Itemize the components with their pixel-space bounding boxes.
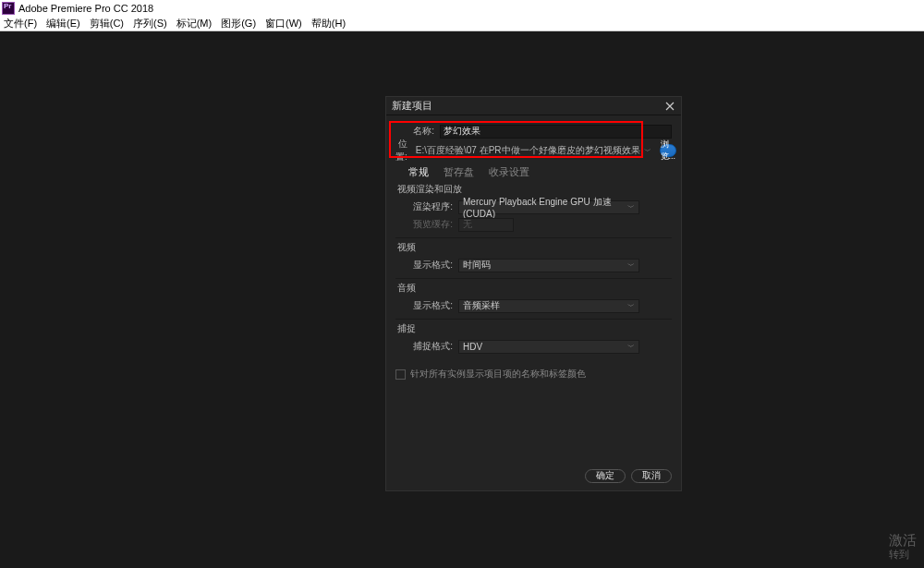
- project-name-input[interactable]: [440, 125, 672, 139]
- watermark-line1: 激活: [889, 532, 917, 549]
- dialog-footer: 确定 取消: [386, 461, 681, 490]
- menu-window[interactable]: 窗口(W): [265, 17, 302, 30]
- video-fmt-value: 时间码: [463, 259, 491, 272]
- renderer-dropdown[interactable]: Mercury Playback Engine GPU 加速 (CUDA) ﹀: [458, 200, 639, 214]
- menu-clip[interactable]: 剪辑(C): [90, 17, 124, 30]
- display-names-checkbox[interactable]: [395, 369, 406, 380]
- divider: [395, 319, 672, 320]
- audio-fmt-dropdown[interactable]: 音频采样 ﹀: [458, 299, 639, 313]
- menu-marker[interactable]: 标记(M): [176, 17, 213, 30]
- menu-graphics[interactable]: 图形(G): [221, 17, 256, 30]
- menu-help[interactable]: 帮助(H): [311, 17, 346, 30]
- menu-sequence[interactable]: 序列(S): [133, 17, 167, 30]
- capture-fmt-label: 捕捉格式:: [408, 340, 453, 353]
- menubar: 文件(F) 编辑(E) 剪辑(C) 序列(S) 标记(M) 图形(G) 窗口(W…: [0, 17, 924, 31]
- cancel-button[interactable]: 取消: [631, 469, 672, 483]
- audio-fmt-label: 显示格式:: [408, 299, 453, 312]
- render-section-title: 视频渲染和回放: [397, 183, 672, 196]
- section-capture: 捕捉 捕捉格式: HDV ﹀: [395, 322, 672, 355]
- chevron-down-icon: ﹀: [627, 202, 635, 212]
- dialog-body: 名称: 位置: E:\百度经验\07 在PR中做一个好像磨皮的梦幻视频效果 ﹀ …: [386, 115, 681, 461]
- divider: [395, 237, 672, 238]
- display-names-label: 针对所有实例显示项目项的名称和标签颜色: [410, 368, 586, 381]
- capture-fmt-value: HDV: [463, 342, 482, 352]
- display-names-row: 针对所有实例显示项目项的名称和标签颜色: [395, 368, 672, 381]
- location-dropdown[interactable]: E:\百度经验\07 在PR中做一个好像磨皮的梦幻视频效果 ﹀: [413, 144, 654, 157]
- new-project-dialog: 新建项目 名称: 位置: E:\百度经验\07 在PR中做一个好像磨皮的梦幻视频…: [385, 96, 682, 491]
- audio-fmt-value: 音频采样: [463, 299, 500, 312]
- video-fmt-label: 显示格式:: [408, 259, 453, 272]
- tabs: 常规 暂存盘 收录设置: [408, 166, 672, 179]
- browse-button[interactable]: 浏览...: [660, 144, 677, 157]
- video-fmt-dropdown[interactable]: 时间码 ﹀: [458, 259, 639, 272]
- audio-section-title: 音频: [397, 282, 672, 295]
- capture-fmt-dropdown[interactable]: HDV ﹀: [458, 340, 639, 354]
- preview-cache-value: 无: [463, 218, 472, 231]
- location-label: 位置:: [395, 138, 407, 163]
- activation-watermark: 激活 转到: [889, 532, 917, 561]
- video-section-title: 视频: [397, 241, 672, 254]
- preview-cache-dropdown: 无: [458, 218, 514, 232]
- preview-cache-label: 预览缓存:: [408, 218, 453, 231]
- ok-button[interactable]: 确定: [585, 469, 626, 483]
- section-audio: 音频 显示格式: 音频采样 ﹀: [395, 282, 672, 314]
- menu-edit[interactable]: 编辑(E): [46, 17, 80, 30]
- chevron-down-icon: ﹀: [627, 260, 635, 271]
- window-title: Adobe Premiere Pro CC 2018: [18, 3, 153, 14]
- watermark-line2: 转到: [889, 549, 917, 561]
- menu-file[interactable]: 文件(F): [4, 17, 37, 30]
- location-value: E:\百度经验\07 在PR中做一个好像磨皮的梦幻视频效果: [416, 144, 640, 157]
- tab-ingest[interactable]: 收录设置: [489, 166, 529, 179]
- renderer-value: Mercury Playback Engine GPU 加速 (CUDA): [463, 196, 627, 219]
- window-titlebar: Adobe Premiere Pro CC 2018: [0, 0, 924, 17]
- name-label: 名称:: [395, 125, 434, 138]
- tab-scratch[interactable]: 暂存盘: [444, 166, 474, 179]
- chevron-down-icon: ﹀: [644, 146, 651, 156]
- divider: [395, 278, 672, 279]
- section-video: 视频 显示格式: 时间码 ﹀: [395, 241, 672, 273]
- tab-general[interactable]: 常规: [408, 166, 429, 179]
- chevron-down-icon: ﹀: [627, 342, 635, 352]
- capture-section-title: 捕捉: [397, 322, 672, 335]
- section-render: 视频渲染和回放 渲染程序: Mercury Playback Engine GP…: [395, 183, 672, 233]
- chevron-down-icon: ﹀: [627, 301, 635, 311]
- close-icon[interactable]: [664, 101, 675, 112]
- renderer-label: 渲染程序:: [408, 200, 453, 213]
- app-icon: [2, 2, 15, 15]
- dialog-title: 新建项目: [392, 99, 432, 113]
- dialog-titlebar: 新建项目: [386, 97, 681, 115]
